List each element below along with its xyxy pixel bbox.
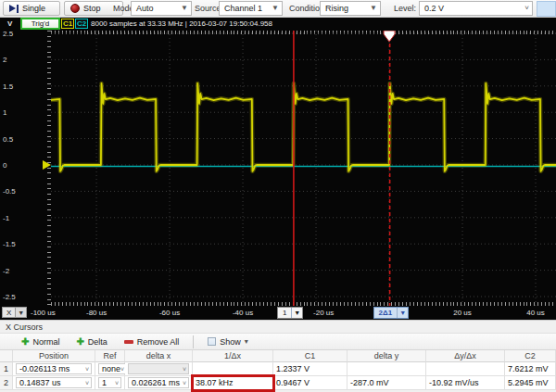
table-cell: 1.2337 V xyxy=(273,362,348,376)
table-cell: -10.92 mV/us xyxy=(426,376,505,390)
y-axis-tick-label: -1 xyxy=(3,213,9,221)
cursor-handle-1[interactable]: 1▼ xyxy=(277,307,303,319)
y-axis-tick-label: 1 xyxy=(3,108,6,117)
column-header-delta y: delta y xyxy=(348,350,426,362)
y-axis-tick-label: 1.5 xyxy=(3,82,13,90)
column-header-C2: C2 xyxy=(505,350,556,362)
table-cell: none˅ xyxy=(95,362,125,376)
cell-dropdown[interactable]: -0.026113 ms˅ xyxy=(16,363,92,374)
channel1-trace-glow xyxy=(51,83,556,171)
minus-icon xyxy=(124,340,133,344)
trigger-status-indicator[interactable]: Trig'd xyxy=(20,18,60,30)
cell-dropdown-value: -0.026113 ms xyxy=(19,364,70,373)
chevron-down-icon: ▾ xyxy=(245,338,248,346)
x-axis-tick-label: -80 us xyxy=(86,309,107,317)
cell-dropdown[interactable]: none˅ xyxy=(98,363,127,374)
y-axis-tick-label: -1.5 xyxy=(3,240,16,248)
y-axis-tick-label: -2 xyxy=(3,266,9,274)
chevron-down-icon: ▼ xyxy=(397,308,408,318)
channel-2-badge[interactable]: C2 xyxy=(75,19,88,29)
chevron-down-icon: ˅ xyxy=(85,380,89,386)
cursors-toolbar: ✚ Normal ✚ Delta Remove All Show ▾ xyxy=(0,333,556,350)
cursors-table: PositionRefdelta x1/ΔxC1delta yΔy/ΔxC21-… xyxy=(0,350,556,390)
table-cell: 0.026261 ms˅ xyxy=(125,376,193,390)
y-axis-tick-label: 0 xyxy=(3,161,6,170)
cell-dropdown[interactable]: 0.026261 ms˅ xyxy=(128,377,189,388)
table-cell xyxy=(348,362,426,376)
columns-icon xyxy=(208,337,216,346)
table-cell: -287.0 mV xyxy=(348,376,426,390)
column-header-Δy/Δx: Δy/Δx xyxy=(426,350,505,362)
table-cell: 5.2945 mV xyxy=(505,376,556,390)
trigger-status-label: Trig'd xyxy=(32,19,49,28)
chevron-down-icon: ˅ xyxy=(85,366,89,373)
row-number: 1 xyxy=(0,362,13,376)
capture-info-bar: V Trig'd C1 C2 8000 samples at 33.33 MHz… xyxy=(0,18,556,31)
remove-all-button-label: Remove All xyxy=(137,337,180,347)
y-axis-tick-label: 2 xyxy=(3,56,6,64)
table-cell: 0.14837 us˅ xyxy=(13,376,95,390)
cursor-handle-label: 1 xyxy=(278,308,291,318)
scope-display-area: V Trig'd C1 C2 8000 samples at 33.33 MHz… xyxy=(0,18,556,320)
remove-all-cursors-button[interactable]: Remove All xyxy=(118,335,186,349)
table-cell: 7.6212 mV xyxy=(505,362,556,376)
x-axis-bar: X ▼ -100 us -80 us-60 us-40 us-20 us20 u… xyxy=(0,306,556,320)
trigger-marker-icon[interactable] xyxy=(384,31,395,42)
column-header-Ref: Ref xyxy=(95,350,125,362)
x-axis-tick-label: -40 us xyxy=(233,309,253,317)
cell-dropdown-value: 0.026261 ms xyxy=(132,378,180,387)
panel-title: X Cursors xyxy=(6,322,43,332)
chevron-down-icon: ˅ xyxy=(115,380,119,386)
show-button-label: Show xyxy=(220,337,241,347)
column-header-C1: C1 xyxy=(273,350,348,362)
column-header-Position: Position xyxy=(13,350,95,362)
cell-dropdown-value: none xyxy=(102,364,120,373)
table-cell: -0.026113 ms˅ xyxy=(13,362,95,376)
toolbar-separator xyxy=(193,335,194,348)
cell-dropdown[interactable]: 1˅ xyxy=(98,377,121,388)
x-axis-tick-label: -20 us xyxy=(313,309,334,317)
add-normal-cursor-button[interactable]: ✚ Normal xyxy=(15,335,66,349)
row-number: 2 xyxy=(0,376,13,390)
y-axis-unit: V xyxy=(7,19,12,28)
chevron-down-icon: ˅ xyxy=(120,366,124,373)
delta-button-label: Delta xyxy=(88,337,107,347)
chevron-down-icon: ˅ xyxy=(183,366,186,373)
y-axis-tick-label: 0.5 xyxy=(3,134,13,143)
chevron-down-icon: ˅ xyxy=(183,380,186,386)
table-cell xyxy=(426,362,505,376)
table-cell: 1˅ xyxy=(95,376,125,390)
normal-button-label: Normal xyxy=(32,337,59,347)
table-cell: ˅ xyxy=(125,362,193,376)
x-tick-label-first: -100 us xyxy=(31,309,56,317)
cursor-handle-label: 2Δ1 xyxy=(374,308,398,318)
x-axis-selector-dropdown[interactable]: X ▼ xyxy=(2,307,27,318)
y-axis-tick-label: -2.5 xyxy=(3,293,16,301)
column-header-delta x: delta x xyxy=(125,350,193,362)
frequency-value-highlighted: 38.07 kHz xyxy=(193,376,273,390)
chevron-down-icon: ▼ xyxy=(291,308,302,318)
channel1-zero-offset-marker[interactable] xyxy=(43,160,51,170)
plus-icon: ✚ xyxy=(21,337,29,347)
show-columns-button[interactable]: Show ▾ xyxy=(201,335,255,349)
x-axis-tick-label: -60 us xyxy=(159,309,180,317)
y-axis-tick-label: 2.5 xyxy=(3,30,13,38)
chevron-down-icon: ▼ xyxy=(16,307,27,318)
channel-1-badge[interactable]: C1 xyxy=(61,19,74,29)
add-delta-cursor-button[interactable]: ✚ Delta xyxy=(70,335,113,349)
cell-dropdown-value: 0.14837 us xyxy=(19,378,61,387)
table-cell: 0.9467 V xyxy=(273,376,348,390)
sample-info-text: 8000 samples at 33.33 MHz | 2016-03-07 1… xyxy=(91,19,272,28)
cell-dropdown-value: 1 xyxy=(102,378,107,387)
x-cursors-panel: X Cursors ✚ Normal ✚ Delta Remove All Sh… xyxy=(0,320,556,392)
y-axis-tick-label: -0.5 xyxy=(3,187,16,196)
cursor-handle-2Δ1[interactable]: 2Δ1▼ xyxy=(373,307,410,319)
x-axis-selector-value: X xyxy=(2,307,16,318)
cell-dropdown: ˅ xyxy=(128,363,189,374)
column-header-rownum xyxy=(0,350,13,362)
plus-icon: ✚ xyxy=(76,337,83,347)
waveform-plot-canvas[interactable] xyxy=(51,31,556,306)
column-header-1/Δx: 1/Δx xyxy=(193,350,273,362)
x-axis-tick-label: 40 us xyxy=(526,309,545,317)
cell-dropdown[interactable]: 0.14837 us˅ xyxy=(16,377,92,388)
